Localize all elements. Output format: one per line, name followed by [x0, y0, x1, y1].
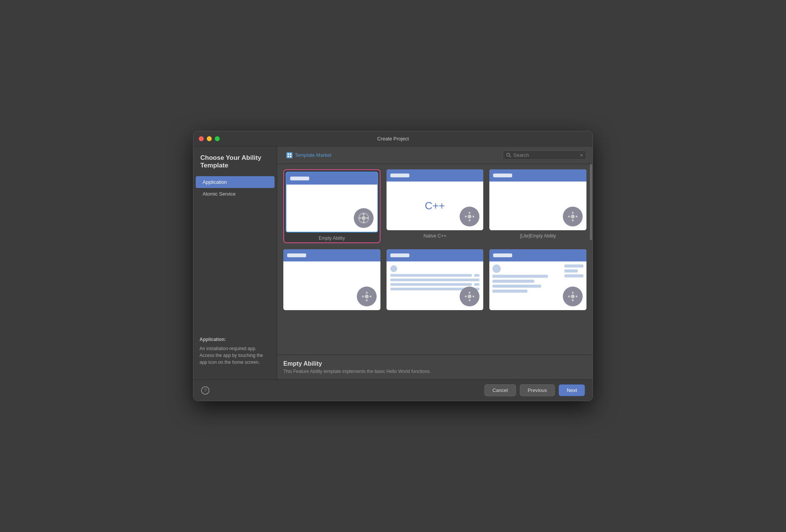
template-icon-2: [460, 207, 479, 226]
card-block-2: [492, 280, 534, 283]
thumb-header-1: [286, 172, 377, 185]
svg-point-44: [568, 296, 570, 298]
svg-point-17: [468, 215, 471, 218]
svg-point-10: [359, 217, 361, 219]
svg-point-39: [473, 296, 474, 298]
thumb-header-4: [283, 249, 380, 261]
svg-point-9: [363, 221, 364, 223]
template-name-3: [Lite]Empty Ability: [520, 233, 556, 239]
svg-point-7: [362, 216, 366, 220]
thumb-header-bar-6: [493, 253, 512, 257]
list-row-3: [390, 279, 480, 281]
template-card-6[interactable]: [489, 249, 586, 313]
svg-point-30: [366, 292, 367, 294]
selected-template-title: Empty Ability: [283, 360, 586, 367]
template-card-5[interactable]: [387, 249, 484, 313]
list-row-2: [390, 274, 480, 277]
right-panel: Template Market ×: [277, 147, 593, 379]
template-wrapper-6: [489, 249, 586, 313]
bottom-info: Empty Ability This Feature Ability templ…: [277, 355, 593, 379]
minimize-button[interactable]: [207, 136, 212, 141]
svg-point-8: [363, 213, 364, 215]
search-icon: [506, 153, 511, 158]
next-button[interactable]: Next: [559, 384, 585, 396]
window-title: Create Project: [377, 136, 409, 142]
svg-point-43: [572, 299, 574, 301]
svg-point-24: [572, 212, 574, 214]
template-thumb-5: [387, 249, 484, 310]
svg-point-45: [576, 296, 578, 298]
template-card-lite-empty-ability[interactable]: [Lite]Empty Ability: [489, 169, 586, 243]
template-wrapper-5: [387, 249, 484, 313]
sidebar-item-application[interactable]: Application: [196, 176, 275, 188]
template-wrapper-3: [Lite]Empty Ability: [489, 169, 586, 239]
main-content: Choose Your Ability Template Application…: [193, 147, 593, 379]
card-block-1: [492, 275, 548, 278]
sidebar: Choose Your Ability Template Application…: [193, 147, 277, 379]
svg-rect-3: [290, 156, 291, 157]
template-thumb-2: C++: [387, 169, 484, 230]
thumb-header-5: [387, 249, 484, 261]
svg-point-35: [468, 295, 471, 298]
list-row-4: [390, 283, 480, 286]
previous-button[interactable]: Previous: [520, 384, 555, 396]
sidebar-description-body: An installation-required app. Access the…: [200, 345, 271, 366]
card-circle: [492, 264, 501, 273]
panel-scroll-wrapper: Empty Ability C: [277, 164, 593, 355]
template-icon-6: [563, 287, 583, 306]
thumb-header-3: [489, 169, 586, 182]
template-thumb-1: [286, 172, 378, 233]
template-market-label: Template Market: [295, 152, 331, 158]
template-market-button[interactable]: Template Market: [283, 151, 334, 160]
svg-point-41: [571, 295, 575, 298]
create-project-window: Create Project Choose Your Ability Templ…: [193, 131, 593, 401]
search-input[interactable]: [513, 152, 578, 158]
panel-toolbar: Template Market ×: [277, 147, 593, 164]
svg-point-25: [572, 220, 574, 221]
template-market-icon: [286, 152, 292, 158]
card-block-4: [492, 290, 527, 293]
svg-line-5: [510, 156, 511, 158]
thumb-header-bar-4: [287, 253, 306, 257]
list-row-1: [390, 265, 480, 272]
template-card-4[interactable]: [283, 249, 380, 313]
template-thumb-4: [283, 249, 380, 310]
thumb-header-bar-1: [290, 177, 309, 180]
scrollbar-thumb[interactable]: [590, 164, 592, 240]
cpp-label: C++: [425, 200, 445, 212]
template-wrapper-4: [283, 249, 380, 313]
thumb-header-bar-5: [390, 253, 409, 257]
sidebar-heading: Choose Your Ability Template: [193, 154, 277, 176]
maximize-button[interactable]: [215, 136, 220, 141]
svg-point-19: [469, 220, 471, 221]
search-clear-icon[interactable]: ×: [580, 153, 583, 158]
template-icon-5: [460, 287, 479, 306]
card-block-r1: [564, 264, 583, 268]
traffic-lights: [199, 136, 220, 141]
svg-point-38: [465, 296, 467, 298]
template-card-empty-ability[interactable]: Empty Ability: [283, 169, 380, 243]
template-wrapper-1: Empty Ability: [283, 169, 380, 243]
svg-rect-1: [290, 153, 291, 155]
close-button[interactable]: [199, 136, 204, 141]
svg-point-18: [469, 212, 471, 214]
template-name-1: Empty Ability: [319, 236, 345, 241]
scrollbar-track[interactable]: [590, 164, 593, 355]
template-icon-1: [354, 208, 374, 228]
template-wrapper-2: C++: [387, 169, 484, 239]
template-icon-3: [563, 207, 583, 226]
template-thumb-6: [489, 249, 586, 310]
cancel-button[interactable]: Cancel: [484, 384, 516, 396]
thumb-header-bar-3: [493, 174, 512, 177]
help-button[interactable]: ?: [201, 386, 209, 395]
titlebar: Create Project: [193, 131, 593, 147]
templates-grid: Empty Ability C: [283, 169, 586, 313]
sidebar-item-atomic-service[interactable]: Atomic Service: [196, 188, 275, 200]
svg-rect-2: [288, 156, 289, 157]
svg-point-32: [362, 296, 364, 298]
svg-point-20: [465, 216, 467, 218]
sidebar-description-title: Application:: [200, 336, 271, 343]
template-card-native-cpp[interactable]: C++: [387, 169, 484, 243]
search-box: ×: [503, 150, 586, 160]
selected-template-description: This Feature Ability template implements…: [283, 369, 586, 374]
